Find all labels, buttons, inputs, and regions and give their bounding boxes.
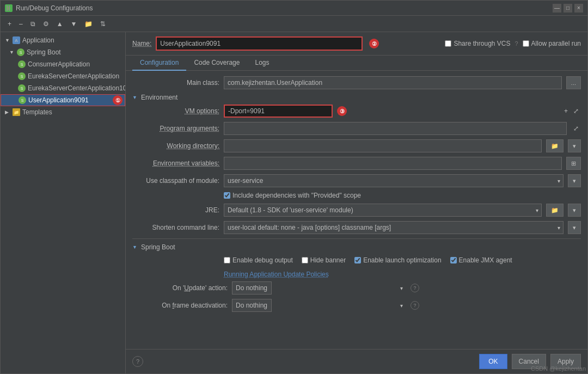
sidebar: ▼ A Application ▼ S Spring Boot S Consum…	[1, 32, 126, 373]
classpath-label: Use classpath of module:	[132, 177, 219, 185]
vm-options-label: VM options:	[132, 107, 219, 115]
sidebar-item-eureka2[interactable]: S EurekaServerCenterApplication10087	[1, 82, 125, 94]
jre-browse-button[interactable]: 📁	[546, 204, 564, 217]
share-vcs-label: Share through VCS	[454, 40, 510, 47]
classpath-dropdown-button[interactable]: ▾	[568, 174, 581, 187]
shorten-cmd-row: Shorten command line: user-local default…	[132, 221, 581, 234]
global-help-button[interactable]: ?	[132, 356, 143, 367]
main-panel: Name: ② Share through VCS ? Allow parall…	[126, 32, 587, 373]
working-dir-label: Working directory:	[132, 142, 219, 150]
environment-label: Environment	[141, 94, 177, 101]
shorten-cmd-select-wrapper: user-local default: none - java [options…	[224, 221, 564, 234]
env-vars-input[interactable]	[224, 157, 562, 170]
chevron-down-icon-spring: ▼	[9, 50, 15, 55]
enable-jmx-checkbox-label[interactable]: Enable JMX agent	[450, 256, 512, 264]
name-field-label: Name:	[132, 40, 151, 47]
add-config-button[interactable]: +	[5, 19, 14, 29]
window-title: Run/Debug Configurations	[16, 4, 93, 12]
hide-banner-checkbox-label[interactable]: Hide banner	[302, 256, 346, 264]
spring-app-icon-eureka1: S	[18, 72, 26, 80]
program-args-expand-button[interactable]: ⤢	[571, 124, 581, 133]
vm-options-row: VM options: ③ + ⤢	[132, 105, 581, 118]
share-vcs-checkbox[interactable]	[445, 40, 451, 47]
working-dir-dropdown-button[interactable]: ▾	[568, 139, 581, 152]
jre-select[interactable]: Default (1.8 - SDK of 'user-service' mod…	[224, 204, 542, 217]
enable-launch-checkbox-label[interactable]: Enable launch optimization	[354, 256, 441, 264]
main-class-browse-button[interactable]: ...	[566, 76, 581, 89]
on-frame-select[interactable]: Do nothing	[232, 299, 272, 312]
include-deps-checkbox[interactable]	[224, 192, 230, 199]
folder-button[interactable]: 📁	[82, 19, 95, 29]
spring-app-icon-consumer: S	[18, 60, 26, 68]
include-deps-label: Include dependencies with "Provided" sco…	[232, 192, 361, 199]
move-up-button[interactable]: ▲	[54, 19, 66, 29]
sidebar-item-eureka1[interactable]: S EurekaServerCenterApplication	[1, 70, 125, 82]
on-update-row: On 'Update' action: Do nothing ?	[132, 281, 581, 295]
watermark: CSDN @kejizhentan	[531, 365, 586, 372]
enable-launch-checkbox[interactable]	[354, 257, 361, 263]
content-area: ▼ A Application ▼ S Spring Boot S Consum…	[1, 32, 587, 373]
minimize-button[interactable]: —	[553, 4, 561, 13]
classpath-select[interactable]: user-service	[224, 174, 564, 187]
sidebar-consumer-label: ConsumerApplication	[28, 60, 90, 68]
copy-config-button[interactable]: ⧉	[28, 19, 38, 29]
enable-launch-label: Enable launch optimization	[363, 256, 441, 264]
help-icon-share: ?	[514, 40, 518, 47]
spring-boot-section-header[interactable]: ▼ Spring Boot	[132, 243, 581, 251]
sidebar-item-templates[interactable]: ▶ 📁 Templates	[1, 106, 125, 118]
sidebar-item-spring-boot[interactable]: ▼ S Spring Boot	[1, 46, 125, 58]
on-update-help-button[interactable]: ?	[411, 284, 419, 292]
tab-configuration[interactable]: Configuration	[132, 56, 186, 71]
allow-parallel-text: Allow parallel run	[531, 40, 581, 47]
environment-section-header[interactable]: ▼ Environment	[132, 94, 581, 101]
svg-rect-2	[9, 5, 10, 11]
name-options: Share through VCS ? Allow parallel run	[445, 40, 581, 47]
enable-jmx-checkbox[interactable]	[450, 257, 457, 263]
allow-parallel-label[interactable]: Allow parallel run	[523, 40, 581, 47]
enable-debug-checkbox[interactable]	[224, 257, 230, 263]
vm-options-input[interactable]	[224, 105, 333, 118]
sidebar-item-application[interactable]: ▼ A Application	[1, 34, 125, 46]
program-args-input[interactable]	[224, 122, 567, 135]
working-dir-browse-button[interactable]: 📁	[546, 139, 564, 152]
tab-code-coverage[interactable]: Code Coverage	[186, 56, 247, 71]
sidebar-item-user[interactable]: S UserApplication9091 ①	[1, 94, 125, 106]
on-frame-help-button[interactable]: ?	[411, 301, 419, 310]
sort-button[interactable]: ⇅	[97, 19, 108, 29]
maximize-button[interactable]: □	[564, 4, 572, 13]
on-update-select[interactable]: Do nothing	[232, 281, 272, 295]
program-args-row: Program arguments: ⤢	[132, 122, 581, 135]
program-args-label: Program arguments:	[132, 125, 219, 132]
sidebar-templates-label: Templates	[22, 108, 52, 116]
env-vars-row: Environment variables: ⊞	[132, 157, 581, 170]
env-vars-browse-button[interactable]: ⊞	[566, 157, 581, 170]
spring-app-icon-user: S	[19, 96, 26, 104]
config-area: Main class: ... ▼ Environment VM options…	[126, 71, 587, 349]
working-dir-input[interactable]	[224, 139, 542, 152]
enable-debug-checkbox-label[interactable]: Enable debug output	[224, 256, 293, 264]
tab-logs[interactable]: Logs	[247, 56, 277, 71]
main-class-row: Main class: ...	[132, 76, 581, 89]
move-down-button[interactable]: ▼	[68, 19, 80, 29]
divider	[132, 238, 581, 239]
ok-button[interactable]: OK	[479, 354, 507, 369]
shorten-cmd-dropdown-button[interactable]: ▾	[568, 221, 581, 234]
jre-dropdown-button[interactable]: ▾	[568, 204, 581, 217]
sidebar-item-consumer[interactable]: S ConsumerApplication	[1, 58, 125, 70]
close-button[interactable]: ×	[574, 4, 583, 13]
remove-config-button[interactable]: –	[16, 19, 26, 29]
hide-banner-checkbox[interactable]	[302, 257, 308, 263]
share-vcs-checkbox-label[interactable]: Share through VCS	[445, 40, 510, 47]
name-input[interactable]	[156, 36, 363, 51]
allow-parallel-checkbox[interactable]	[523, 40, 529, 47]
bottom-bar: ? OK Cancel Apply	[126, 349, 587, 373]
shorten-cmd-select[interactable]: user-local default: none - java [options…	[224, 221, 564, 234]
main-class-input[interactable]	[224, 76, 562, 89]
include-deps-row: Include dependencies with "Provided" sco…	[224, 192, 581, 199]
vm-options-expand-button[interactable]: +	[562, 106, 570, 116]
include-deps-checkbox-label[interactable]: Include dependencies with "Provided" sco…	[224, 192, 361, 199]
jre-row: JRE: Default (1.8 - SDK of 'user-service…	[132, 204, 581, 217]
settings-config-button[interactable]: ⚙	[40, 19, 52, 29]
vm-options-fullscreen-button[interactable]: ⤢	[571, 106, 581, 116]
title-bar: Run/Debug Configurations — □ ×	[1, 1, 587, 16]
